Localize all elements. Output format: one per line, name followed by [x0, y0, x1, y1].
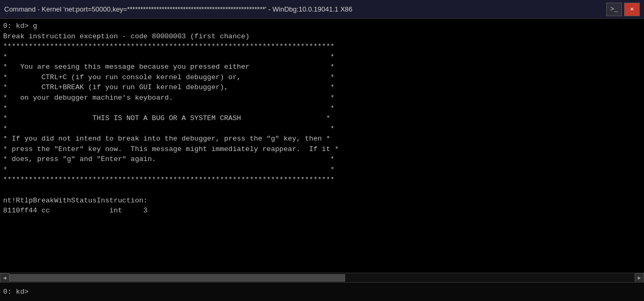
- terminal-line: * *: [3, 52, 641, 62]
- scroll-left-button[interactable]: ◀: [0, 273, 9, 283]
- input-bar: 0: kd>: [0, 282, 644, 301]
- terminal-line: ****************************************…: [3, 175, 641, 185]
- terminal-line: * does, press "g" and "Enter" again. *: [3, 154, 641, 165]
- terminal-line: * *: [3, 165, 641, 175]
- horizontal-scrollbar[interactable]: ◀ ▶: [0, 273, 644, 282]
- terminal-line: * press the "Enter" key now. This messag…: [3, 144, 641, 155]
- scroll-track[interactable]: [9, 273, 635, 282]
- input-cursor-area: [33, 288, 641, 296]
- input-prompt: 0: kd>: [3, 288, 33, 296]
- close-button[interactable]: ✕: [624, 3, 640, 16]
- scroll-right-button[interactable]: ▶: [635, 273, 644, 283]
- terminal-line: * If you did not intend to break into th…: [3, 134, 641, 144]
- terminal-output[interactable]: 0: kd> gBreak instruction exception - co…: [0, 19, 644, 273]
- terminal-line: * on your debugger machine's keyboard. *: [3, 93, 641, 103]
- terminal-line: * *: [3, 124, 641, 134]
- scroll-thumb[interactable]: [9, 274, 345, 282]
- terminal-line: 8110ff44 cc int 3: [3, 206, 641, 216]
- terminal-icon-button[interactable]: >_: [606, 3, 622, 16]
- title-bar: Command - Kernel 'net:port=50000,key=***…: [0, 0, 644, 19]
- terminal-line: * THIS IS NOT A BUG OR A SYSTEM CRASH *: [3, 113, 641, 124]
- windbg-window: Command - Kernel 'net:port=50000,key=***…: [0, 0, 644, 301]
- terminal-line: * CTRL+BREAK (if you run GUI kernel debu…: [3, 82, 641, 93]
- terminal-line: Break instruction exception - code 80000…: [3, 31, 641, 42]
- terminal-line: 0: kd> g: [3, 21, 641, 31]
- terminal-line: * CTRL+C (if you run console kernel debu…: [3, 72, 641, 83]
- terminal-line: ****************************************…: [3, 41, 641, 52]
- title-text: Command - Kernel 'net:port=50000,key=***…: [4, 5, 606, 13]
- terminal-area: 0: kd> gBreak instruction exception - co…: [0, 19, 644, 282]
- terminal-line: * You are seeing this message because yo…: [3, 62, 641, 72]
- terminal-line: nt!RtlpBreakWithStatusInstruction:: [3, 196, 641, 206]
- title-bar-buttons: >_ ✕: [606, 3, 640, 16]
- terminal-line: [3, 185, 641, 196]
- command-input[interactable]: [33, 288, 641, 296]
- terminal-line: * *: [3, 103, 641, 114]
